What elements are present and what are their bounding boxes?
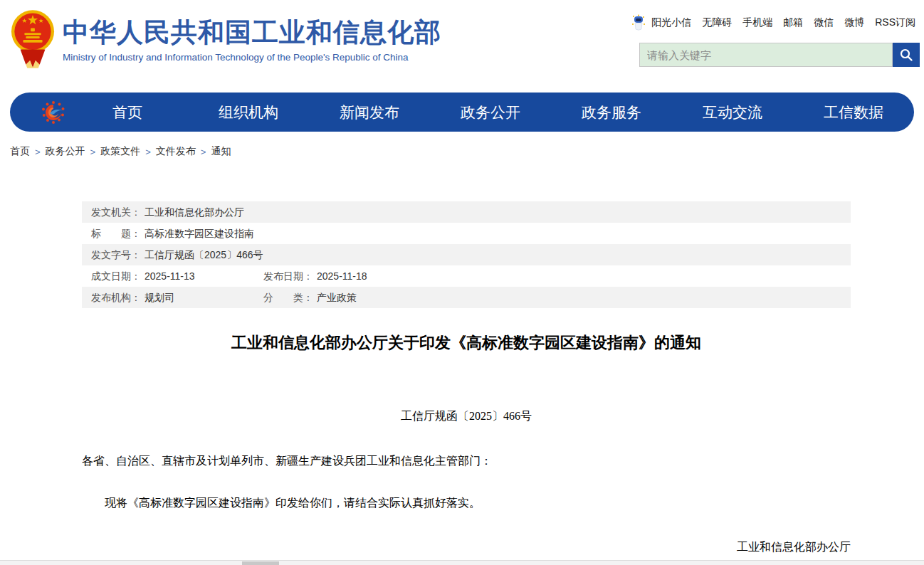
- main-navigation: 首页 组织机构 新闻发布 政务公开 政务服务 互动交流 工信数据: [10, 93, 914, 132]
- document-title: 工业和信息化部办公厅关于印发《高标准数字园区建设指南》的通知: [82, 332, 851, 354]
- meta-row-dates: 成文日期：2025-11-13 发布日期：2025-11-18: [82, 265, 851, 287]
- breadcrumb-separator: >: [145, 147, 151, 157]
- nav-item-gov-affairs[interactable]: 政务公开: [430, 102, 551, 122]
- site-title-block: 中华人民共和国工业和信息化部 Ministry of Industry and …: [63, 19, 441, 63]
- meta-row-doc-number: 发文字号：工信厅规函〔2025〕466号: [82, 244, 851, 265]
- meta-value: 工信厅规函〔2025〕466号: [145, 249, 263, 260]
- meta-cell-category: 分 类：产业政策: [263, 287, 357, 308]
- meta-row-issuing-agency: 发文机关：工业和信息化部办公厅: [82, 201, 851, 223]
- top-link-weibo[interactable]: 微博: [844, 16, 864, 29]
- national-emblem-logo: [11, 6, 55, 69]
- breadcrumb-file-release[interactable]: 文件发布: [156, 145, 196, 158]
- breadcrumb-separator: >: [35, 147, 41, 157]
- meta-value: 高标准数字园区建设指南: [145, 228, 254, 239]
- document-salutation: 各省、自治区、直辖市及计划单列市、新疆生产建设兵团工业和信息化主管部门：: [82, 454, 851, 469]
- document-content: 工业和信息化部办公厅关于印发《高标准数字园区建设指南》的通知 工信厅规函〔202…: [82, 324, 851, 565]
- meta-value: 2025-11-18: [317, 270, 367, 282]
- nav-items: 首页 组织机构 新闻发布 政务公开 政务服务 互动交流 工信数据: [67, 102, 914, 122]
- document-number: 工信厅规函〔2025〕466号: [82, 409, 851, 424]
- nav-item-news[interactable]: 新闻发布: [309, 102, 430, 122]
- nav-item-gov-services[interactable]: 政务服务: [551, 102, 672, 122]
- meta-value: 2025-11-13: [145, 270, 195, 282]
- breadcrumb-notice[interactable]: 通知: [211, 145, 231, 158]
- meta-label: 发文字号：: [91, 249, 141, 260]
- meta-row-publisher-category: 发布机构：规划司 分 类：产业政策: [82, 287, 851, 308]
- meta-value: 规划司: [145, 292, 174, 303]
- nav-item-interaction[interactable]: 互动交流: [672, 102, 793, 122]
- breadcrumb-separator: >: [201, 147, 206, 157]
- breadcrumb: 首页 > 政务公开 > 政策文件 > 文件发布 > 通知: [10, 145, 231, 158]
- meta-value: 工业和信息化部办公厅: [145, 206, 244, 218]
- meta-label: 分 类：: [263, 292, 313, 303]
- horizontal-scrollbar[interactable]: [0, 560, 924, 565]
- breadcrumb-gov-affairs[interactable]: 政务公开: [46, 145, 85, 158]
- breadcrumb-separator: >: [90, 147, 96, 157]
- search-input[interactable]: [639, 43, 893, 67]
- meta-label: 标 题：: [91, 228, 141, 239]
- document-signature: 工业和信息化部办公厅: [82, 540, 851, 555]
- top-utility-links: 阳光小信 无障碍 手机端 邮箱 微信 微博 RSS订阅: [631, 14, 915, 31]
- miit-gear-logo-icon: [40, 99, 67, 126]
- meta-cell-publish-date: 发布日期：2025-11-18: [263, 265, 367, 287]
- meta-label: 发文机关：: [91, 206, 141, 218]
- site-subtitle: Ministry of Industry and Information Tec…: [63, 52, 441, 63]
- robot-mascot-icon: [631, 14, 646, 31]
- nav-item-data[interactable]: 工信数据: [793, 102, 914, 122]
- top-link-rss[interactable]: RSS订阅: [875, 16, 915, 29]
- meta-label: 发布日期：: [263, 270, 313, 282]
- meta-value: 产业政策: [317, 292, 357, 303]
- nav-item-home[interactable]: 首页: [67, 102, 188, 122]
- site-title: 中华人民共和国工业和信息化部: [63, 19, 441, 48]
- horizontal-scrollbar-thumb[interactable]: [242, 561, 279, 565]
- document-body-paragraph: 现将《高标准数字园区建设指南》印发给你们，请结合实际认真抓好落实。: [82, 495, 851, 512]
- document-meta-table: 发文机关：工业和信息化部办公厅 标 题：高标准数字园区建设指南 发文字号：工信厅…: [82, 201, 851, 308]
- meta-label: 发布机构：: [91, 292, 141, 303]
- nav-item-organization[interactable]: 组织机构: [188, 102, 309, 122]
- top-link-accessibility[interactable]: 无障碍: [702, 16, 732, 29]
- meta-row-title: 标 题：高标准数字园区建设指南: [82, 223, 851, 244]
- search-icon: [899, 48, 913, 62]
- search-button[interactable]: [893, 43, 920, 67]
- meta-label: 成文日期：: [91, 270, 141, 282]
- top-link-wechat[interactable]: 微信: [814, 16, 834, 29]
- top-link-mobile[interactable]: 手机端: [742, 16, 772, 29]
- top-link-mail[interactable]: 邮箱: [783, 16, 803, 29]
- site-header: 中华人民共和国工业和信息化部 Ministry of Industry and …: [0, 0, 924, 80]
- search-bar: [639, 43, 920, 67]
- top-link-sunshine[interactable]: 阳光小信: [651, 16, 691, 29]
- breadcrumb-policy-files[interactable]: 政策文件: [100, 145, 140, 158]
- breadcrumb-home[interactable]: 首页: [10, 145, 30, 158]
